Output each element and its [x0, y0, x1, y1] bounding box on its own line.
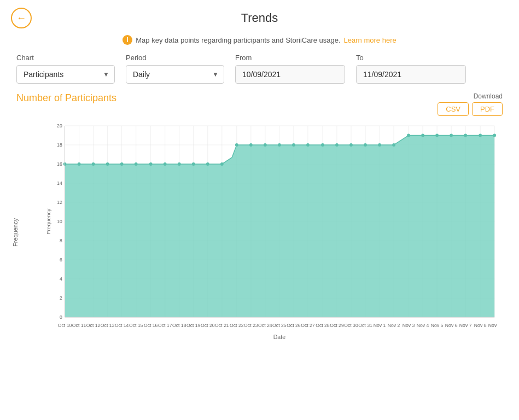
svg-text:Oct 18: Oct 18: [172, 323, 186, 328]
controls-bar: Chart Participants Activities Sessions ▼…: [0, 54, 519, 92]
svg-text:Oct 28: Oct 28: [316, 323, 330, 328]
svg-text:Nov 8: Nov 8: [474, 323, 487, 328]
svg-text:Nov 6: Nov 6: [445, 323, 458, 328]
pdf-button[interactable]: PDF: [472, 102, 503, 116]
svg-text:Oct 26: Oct 26: [287, 323, 301, 328]
data-point: [220, 162, 224, 166]
data-point: [421, 134, 424, 137]
svg-text:Oct 21: Oct 21: [215, 323, 229, 328]
period-control: Period Daily Weekly Monthly ▼: [126, 54, 224, 84]
svg-text:Oct 12: Oct 12: [86, 323, 101, 328]
page-title: Trends: [241, 11, 278, 25]
svg-text:Oct 22: Oct 22: [230, 323, 244, 328]
chart-select[interactable]: Participants Activities Sessions: [16, 65, 115, 84]
data-point: [235, 143, 238, 147]
to-control: To: [356, 54, 466, 84]
back-button[interactable]: ←: [11, 8, 32, 28]
learn-more-link[interactable]: Learn more here: [344, 36, 396, 44]
svg-text:Oct 13: Oct 13: [101, 323, 115, 328]
info-text: Map key data points regarding participan…: [136, 36, 340, 44]
svg-text:10: 10: [57, 219, 62, 224]
chart-section: Number of Participants Download CSV PDF …: [0, 92, 519, 345]
svg-text:Frequency: Frequency: [45, 208, 51, 234]
chart-title: Number of Participants: [16, 92, 116, 104]
chart-label: Chart: [16, 54, 115, 62]
svg-text:14: 14: [57, 180, 62, 186]
data-point: [92, 162, 95, 166]
svg-text:6: 6: [60, 257, 62, 262]
data-point: [306, 143, 310, 147]
svg-text:Oct 24: Oct 24: [258, 323, 272, 328]
info-icon: i: [123, 35, 132, 45]
svg-text:Oct 17: Oct 17: [158, 323, 172, 328]
data-point: [278, 143, 281, 147]
data-point: [407, 134, 410, 137]
data-point: [378, 143, 381, 147]
data-point: [135, 162, 138, 166]
svg-text:Date: Date: [273, 334, 285, 340]
from-date-input[interactable]: [235, 65, 345, 84]
data-point: [464, 134, 467, 137]
svg-text:Oct 16: Oct 16: [144, 323, 158, 328]
chart-select-wrapper: Participants Activities Sessions ▼: [16, 65, 115, 84]
data-point: [149, 162, 153, 166]
to-date-input[interactable]: [356, 65, 466, 84]
data-point: [78, 162, 81, 166]
svg-text:8: 8: [60, 238, 62, 243]
download-label: Download: [474, 92, 503, 100]
svg-text:Nov 3: Nov 3: [403, 323, 415, 328]
data-point: [206, 162, 209, 166]
period-select-wrapper: Daily Weekly Monthly ▼: [126, 65, 224, 84]
data-point: [264, 143, 267, 147]
from-label: From: [235, 54, 345, 62]
back-icon: ←: [16, 13, 26, 24]
data-point: [349, 143, 353, 147]
svg-text:16: 16: [57, 161, 62, 167]
data-point: [392, 143, 395, 147]
svg-text:Oct 11: Oct 11: [72, 323, 86, 328]
data-point: [120, 162, 124, 166]
svg-text:Nov 5: Nov 5: [431, 323, 444, 328]
chart-control: Chart Participants Activities Sessions ▼: [16, 54, 115, 84]
download-section: Download CSV PDF: [438, 92, 503, 116]
period-select[interactable]: Daily Weekly Monthly: [126, 65, 224, 84]
svg-text:18: 18: [57, 142, 62, 148]
svg-text:Oct 23: Oct 23: [244, 323, 258, 328]
page-header: ← Trends: [0, 0, 519, 31]
svg-text:2: 2: [60, 295, 62, 301]
svg-text:Oct 10: Oct 10: [58, 323, 72, 328]
data-point: [164, 162, 167, 166]
svg-text:Oct 14: Oct 14: [115, 323, 129, 328]
svg-text:Oct 29: Oct 29: [330, 323, 344, 328]
info-bar: i Map key data points regarding particip…: [0, 31, 519, 54]
svg-text:Oct 20: Oct 20: [201, 323, 215, 328]
svg-text:Nov 1: Nov 1: [374, 323, 386, 328]
download-buttons: CSV PDF: [438, 102, 503, 116]
svg-text:Nov 9: Nov 9: [488, 323, 497, 328]
chart-svg: .grid-line { stroke: #e0e0e0; stroke-wid…: [44, 120, 497, 345]
csv-button[interactable]: CSV: [438, 102, 469, 116]
svg-text:0: 0: [60, 314, 62, 320]
svg-text:Oct 30: Oct 30: [344, 323, 358, 328]
data-point: [450, 134, 453, 137]
from-control: From: [235, 54, 345, 84]
data-point: [292, 143, 295, 147]
data-point: [479, 134, 482, 137]
data-point: [321, 143, 324, 147]
svg-text:Oct 15: Oct 15: [129, 323, 143, 328]
data-point: [435, 134, 439, 137]
data-point: [364, 143, 367, 147]
svg-text:Oct 27: Oct 27: [301, 323, 315, 328]
svg-text:4: 4: [60, 276, 62, 282]
svg-text:Nov 2: Nov 2: [388, 323, 400, 328]
chart-wrapper: Frequency .grid-line { stroke: #e0e0e0; …: [16, 120, 503, 345]
data-point: [249, 143, 253, 147]
svg-text:Oct 19: Oct 19: [186, 323, 201, 328]
svg-text:Oct 31: Oct 31: [358, 323, 372, 328]
data-point: [493, 134, 496, 137]
data-point: [335, 143, 339, 147]
svg-text:12: 12: [57, 200, 62, 205]
svg-text:Oct 25: Oct 25: [272, 323, 287, 328]
y-axis-label: Frequency: [12, 218, 19, 247]
svg-text:20: 20: [57, 123, 62, 129]
